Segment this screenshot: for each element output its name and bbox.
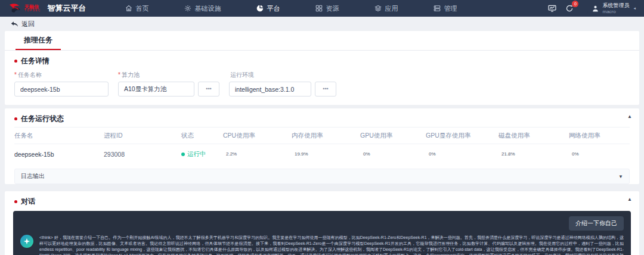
compute-pool-input[interactable] bbox=[118, 82, 194, 97]
field-task-name: *任务名称 bbox=[14, 71, 109, 97]
task-detail-card: 推理任务 任务详情 *任务名称 *算力池 ••• 运行环境 ••• bbox=[5, 31, 639, 105]
brand: 天融信 TOPSEC 智算云平台 bbox=[8, 3, 86, 14]
section-title-task-status: 任务运行状态 bbox=[21, 114, 64, 124]
required-marker: * bbox=[118, 71, 120, 78]
navbar-right: 0 系统管理员 macro ◂ bbox=[548, 2, 636, 14]
tab-bar: 推理任务 bbox=[5, 31, 639, 51]
top-navbar: 天融信 TOPSEC 智算云平台 首页 基础设施 平台 资源 应用 管理 bbox=[0, 0, 644, 17]
field-label: 算力池 bbox=[122, 71, 140, 78]
nav-item-platform[interactable]: 平台 bbox=[256, 4, 280, 13]
logo-sub: TOPSEC bbox=[24, 10, 41, 13]
task-status-card: 任务运行状态 ▲ 任务名 进程ID 状态 CPU使用率 内存使用率 GPU使用率… bbox=[5, 108, 639, 184]
log-caret-down-icon: ▼ bbox=[618, 174, 623, 179]
ai-avatar bbox=[20, 235, 33, 248]
collapse-up-icon[interactable]: ▲ bbox=[627, 114, 632, 119]
nav-item-label: 首页 bbox=[135, 4, 148, 13]
section-title-chat: 对话 bbox=[21, 197, 35, 207]
refresh-button[interactable]: 0 bbox=[565, 4, 574, 13]
user-menu[interactable]: 系统管理员 macro ◂ bbox=[592, 2, 636, 14]
status-table: 任务名 进程ID 状态 CPU使用率 内存使用率 GPU使用率 GPU显存使用率… bbox=[5, 127, 639, 164]
table-row: deepseek-15b 293008 运行中 2.2% 19.9% 0% 0%… bbox=[14, 144, 630, 164]
user-caret-icon: ◂ bbox=[633, 6, 636, 11]
monitor-chart-icon bbox=[548, 4, 556, 13]
task-name-input[interactable] bbox=[14, 82, 109, 97]
nav-item-management[interactable]: 管理 bbox=[434, 4, 457, 13]
user-message-bubble: 介绍一下你自己 bbox=[569, 216, 624, 231]
collapse-up-icon[interactable]: ▲ bbox=[627, 197, 632, 202]
nav-item-label: 平台 bbox=[267, 4, 280, 13]
topsec-logo-icon bbox=[8, 3, 21, 14]
nav-item-label: 应用 bbox=[385, 4, 398, 13]
runtime-env-more-button[interactable]: ••• bbox=[315, 82, 336, 97]
app-title: 智算云平台 bbox=[47, 3, 86, 14]
col-header: GPU使用率 bbox=[360, 132, 426, 140]
chat-card: 对话 ▲ 介绍一下你自己 <think> 好，我现在需要介绍一下自己。作为一个刚… bbox=[5, 191, 639, 255]
ai-message-row: <think> 好，我现在需要介绍一下自己。作为一个刚开始接触AI领域的人，我还… bbox=[20, 235, 624, 255]
cell-task-name: deepseek-15b bbox=[14, 151, 104, 158]
runtime-env-input[interactable] bbox=[229, 82, 311, 97]
back-arrow-icon bbox=[11, 21, 18, 27]
spark-icon bbox=[23, 238, 30, 245]
section-dot bbox=[14, 200, 17, 203]
col-header: 状态 bbox=[181, 132, 223, 140]
notification-badge: 0 bbox=[572, 1, 578, 7]
user-role: 系统管理员 bbox=[602, 2, 629, 8]
col-header: 网络使用率 bbox=[569, 132, 630, 140]
nav-item-label: 基础设施 bbox=[194, 4, 221, 13]
nav-item-resources[interactable]: 资源 bbox=[315, 4, 339, 13]
col-header: 任务名 bbox=[14, 132, 104, 140]
back-label: 返回 bbox=[21, 20, 35, 29]
field-compute-pool: *算力池 ••• bbox=[118, 71, 219, 97]
tab-inference-task[interactable]: 推理任务 bbox=[16, 31, 61, 50]
col-header: GPU显存使用率 bbox=[426, 132, 499, 140]
layers-icon bbox=[374, 5, 382, 12]
grid-icon bbox=[315, 5, 323, 12]
nav-item-home[interactable]: 首页 bbox=[125, 4, 148, 13]
user-icon bbox=[592, 5, 599, 13]
nav-item-label: 管理 bbox=[444, 4, 457, 13]
field-runtime-env: 运行环境 ••• bbox=[229, 71, 336, 97]
section-dot bbox=[14, 117, 17, 120]
nav-item-label: 资源 bbox=[326, 4, 339, 13]
chat-panel: 介绍一下你自己 <think> 好，我现在需要介绍一下自己。作为一个刚开始接触A… bbox=[13, 211, 631, 255]
status-label: 运行中 bbox=[187, 150, 206, 158]
nav-item-applications[interactable]: 应用 bbox=[374, 4, 398, 13]
nav-item-infrastructure[interactable]: 基础设施 bbox=[184, 4, 221, 13]
user-name: macro bbox=[602, 9, 629, 14]
ai-message-text: <think> 好，我现在需要介绍一下自己。作为一个刚开始接触AI领域的人，我还… bbox=[39, 235, 624, 255]
status-dot-icon bbox=[181, 153, 185, 156]
field-label: 任务名称 bbox=[18, 71, 42, 78]
back-button[interactable]: 返回 bbox=[0, 17, 644, 31]
log-output-toggle[interactable]: 日志输出 ▼ bbox=[14, 169, 630, 184]
field-label: 运行环境 bbox=[230, 71, 254, 78]
home-icon bbox=[125, 5, 132, 12]
section-title-task-detail: 任务详情 bbox=[21, 56, 49, 66]
cell-status: 运行中 bbox=[181, 150, 223, 158]
col-header: 进程ID bbox=[104, 132, 181, 140]
compute-pool-more-button[interactable]: ••• bbox=[198, 82, 219, 97]
col-header: 磁盘使用率 bbox=[499, 132, 569, 140]
section-dot bbox=[14, 60, 17, 63]
server-icon bbox=[434, 5, 441, 12]
monitor-button[interactable] bbox=[548, 4, 556, 13]
task-detail-form: *任务名称 *算力池 ••• 运行环境 ••• bbox=[5, 69, 639, 105]
main-menu: 首页 基础设施 平台 资源 应用 管理 bbox=[125, 4, 457, 13]
cell-pid: 293008 bbox=[104, 151, 181, 158]
col-header: 内存使用率 bbox=[292, 132, 360, 140]
pie-chart-icon bbox=[256, 5, 264, 12]
log-output-label: 日志输出 bbox=[21, 172, 45, 181]
gear-icon bbox=[184, 5, 191, 12]
required-marker: * bbox=[14, 71, 17, 78]
table-header-row: 任务名 进程ID 状态 CPU使用率 内存使用率 GPU使用率 GPU显存使用率… bbox=[14, 127, 630, 144]
col-header: CPU使用率 bbox=[223, 132, 292, 140]
